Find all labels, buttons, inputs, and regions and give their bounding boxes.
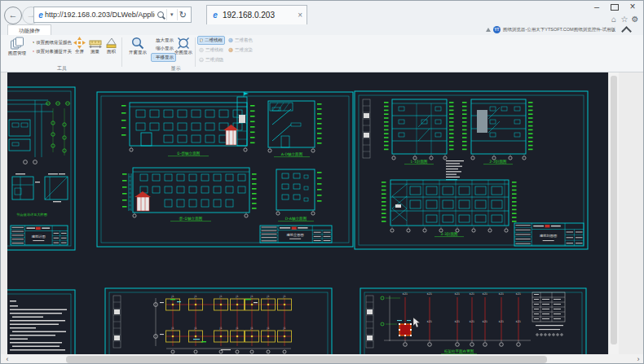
tab-favicon: e [211,11,219,20]
fullscreen-arrows-icon [73,37,86,49]
layer-manager-button[interactable]: 图层管理 [5,37,29,64]
browser-window: ← → e http://192.168.0.203/DLWeb/Applica… [0,0,644,364]
chevron-down-icon[interactable]: ▼ [167,12,177,17]
window-zoom-label: 开窗显示 [129,50,147,55]
style-2d-wireframe-button[interactable]: 二维线框 [197,36,225,45]
settings-gear-icon[interactable]: ⚙ [630,15,640,24]
triangle-up-icon [486,28,491,32]
set-osnap-button[interactable]: 设置对象捕捉开关 [31,47,73,55]
scroll-left-arrow[interactable]: ‹ [2,354,13,364]
wireframe-3d-icon [199,46,204,54]
style-3d-shaded-label: 三维着色 [235,37,253,43]
style-3d-hidden-label: 三维消隐 [205,57,223,63]
style-3d-rendered-label: 三维渲染 [235,47,253,53]
set-background-button[interactable]: 设置图纸背景颜色 [31,38,73,46]
ribbon-tab-function[interactable]: 功能操作 [7,24,51,35]
display-group-caption: 显示 [125,65,227,72]
footing-label: J1 [250,295,254,298]
footing-label: J1 [283,295,286,298]
zoom-out-label: 缩小显示 [156,46,174,51]
minimize-button[interactable]: – [588,1,606,14]
layers-icon [10,37,24,50]
zoom-out-button[interactable]: 缩小显示 [152,45,175,52]
ie-favicon: e [37,11,45,20]
rendered-sphere-icon [228,46,233,54]
zoom-all-label: 全图显示 [174,50,192,55]
column-label: KZ1 [455,320,460,323]
refresh-icon[interactable]: ↻ [178,10,188,20]
favorites-star-icon[interactable]: ☆ [620,15,629,24]
style-3d-wireframe-button[interactable]: 三维线框 [197,46,225,55]
browser-tab[interactable]: e 192.168.0.203 × [206,5,307,24]
drawing-label: A-D轴立面图 [281,151,303,157]
search-icon[interactable] [157,11,164,18]
horizontal-scrollbar[interactable]: ‹ › [1,354,644,364]
pan-label: 平移显示 [156,55,174,60]
window-zoom-button[interactable]: 开窗显示 [125,37,151,64]
home-icon[interactable]: ⌂ [609,15,619,24]
measure-button[interactable]: 测量 [88,37,102,64]
column-label: KZ1 [516,320,521,323]
zoom-in-button[interactable]: 放大显示 [152,37,175,44]
drawing-label: 1-1剖面图 [410,159,427,164]
layer-manager-label: 图层管理 [8,50,26,55]
cad-canvas[interactable]: 节点做法详见大样图建筑详图①-⑪轴立面图A-D轴立面图⑪-①轴立面图D-A轴立面… [7,72,608,354]
maximize-button[interactable] [606,1,624,14]
tab-title: 192.168.0.203 [223,11,294,20]
sheet-note: 节点做法详见大样图 [16,213,47,217]
drawing-label: 3-3剖面图 [440,231,457,237]
pan-button[interactable]: 平移显示 [151,53,176,62]
shaded-sphere-icon [228,37,233,44]
area-button[interactable]: 面积 [104,37,118,64]
close-tab-icon[interactable]: × [298,11,302,20]
yt-logo-icon: YT [493,26,501,33]
column-label: KZ1 [470,292,474,296]
cad-viewport: 节点做法详见大样图建筑详图①-⑪轴立面图A-D轴立面图⑪-①轴立面图D-A轴立面… [1,72,644,354]
style-3d-rendered-button[interactable]: 三维渲染 [227,46,254,55]
footing-label: J1 [236,295,239,298]
maximize-icon [611,4,619,11]
area-label: 面积 [107,49,116,54]
column-label: KZ1 [470,320,474,323]
zoom-all-button[interactable]: 全图显示 [174,37,193,64]
horizontal-scrollbar-thumb[interactable] [66,356,547,363]
drawing-label: 2-2剖面图 [489,159,506,164]
vertical-scrollbar-thumb[interactable] [611,76,617,344]
zoom-in-label: 放大显示 [156,37,174,43]
close-window-button[interactable]: × [624,1,642,14]
style-2d-wireframe-label: 二维线框 [205,37,223,43]
zoom-extents-icon [177,37,190,50]
pan-hand-icon [153,55,154,61]
measure-label: 测量 [90,49,99,54]
url-text[interactable]: http://192.168.0.203/DLWeb/Application/Y… [45,11,155,19]
footing-label: J1 [250,327,254,330]
ruler-icon [89,37,102,49]
footing-label: J1 [194,295,197,298]
address-bar[interactable]: e http://192.168.0.203/DLWeb/Application… [33,7,192,23]
back-button[interactable]: ← [4,7,22,24]
drawing-label: D-A轴立面图 [285,216,307,221]
ribbon: 图层管理 设置图纸背景颜色 设置对象捕捉开关 全屏 [1,35,644,72]
column-label: KZ1 [427,320,432,323]
palette-icon [33,39,34,46]
drawing-label: ⑪-①轴立面图 [179,216,203,221]
fullscreen-button[interactable]: 全屏 [73,37,86,64]
column-label: KZ1 [483,320,487,323]
footing-label: J1 [219,327,223,330]
scroll-right-arrow[interactable]: › [633,354,644,364]
footing-label: J1 [283,327,286,330]
fullscreen-label: 全屏 [75,49,84,54]
footing-label: J1 [171,295,174,298]
title-block-name: 建筑剖面图 [539,234,557,238]
trial-notice-text: 图纸浏览器-公用天下YTSOFT.COM图纸浏览控件-试用版 [503,27,615,33]
vertical-scrollbar[interactable] [608,72,619,354]
footing-label: J1 [267,327,270,330]
style-3d-shaded-button[interactable]: 三维着色 [227,36,254,45]
column-label: KZ1 [427,292,432,296]
footing-label: J1 [219,295,223,298]
style-3d-hidden-button[interactable]: 三维消隐 [197,55,225,64]
drawing-label: 框架柱平面布置图 [444,349,474,354]
wireframe-2d-icon [200,37,203,44]
group-separator [121,37,122,67]
title-block-name: 建筑立面图 [285,233,303,237]
